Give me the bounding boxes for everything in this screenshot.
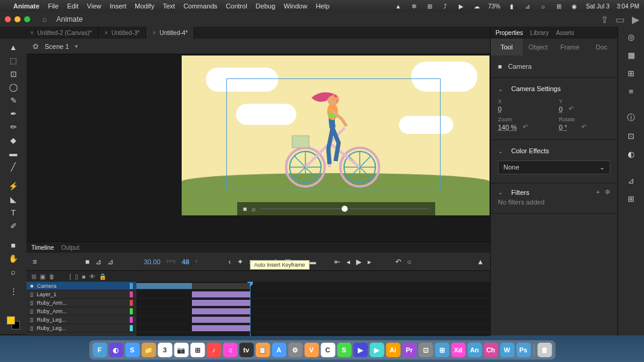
status-icon[interactable]: ▶ <box>457 2 465 10</box>
selection-tool[interactable]: ▲ <box>6 41 21 53</box>
dock-app[interactable]: F <box>92 343 107 357</box>
menu-control[interactable]: Control <box>226 2 247 10</box>
search-icon[interactable]: ⌕ <box>539 2 547 10</box>
menu-modify[interactable]: Modify <box>135 2 154 10</box>
eraser-tool[interactable]: ◆ <box>6 134 21 146</box>
camera-layer-icon[interactable]: ■ <box>85 258 89 266</box>
lock-icon[interactable]: 🔒 <box>99 273 106 280</box>
share-icon[interactable]: ⇪ <box>601 14 608 25</box>
y-value[interactable]: 0 <box>559 106 563 113</box>
tween-span[interactable] <box>136 283 192 289</box>
transform-icon[interactable]: ⊞ <box>624 66 639 80</box>
tab-close-icon[interactable]: × <box>30 30 34 36</box>
prop-tab-doc[interactable]: Doc <box>586 39 618 56</box>
color-icon[interactable]: ◐ <box>624 147 639 160</box>
status-icon[interactable]: ✲ <box>410 2 418 10</box>
dock-app[interactable]: Ch <box>483 343 498 357</box>
app-menu[interactable]: Animate <box>13 2 39 10</box>
scene-name[interactable]: Scene 1 <box>45 43 69 50</box>
collapse-icon[interactable]: ⌄ <box>498 86 503 92</box>
collapse-icon[interactable]: ⌄ <box>498 148 503 154</box>
track-row[interactable] <box>136 290 490 299</box>
info-icon[interactable]: ⓘ <box>624 111 639 124</box>
battery-status[interactable]: 73% <box>488 3 500 10</box>
add-filter-icon[interactable]: + <box>596 188 600 196</box>
insert-keyframe-icon[interactable]: ✦ <box>237 258 243 266</box>
track-row[interactable] <box>136 324 490 332</box>
dock-app[interactable]: 📷 <box>174 343 188 357</box>
workspace-icon[interactable]: ▭ <box>616 14 625 25</box>
track-row[interactable] <box>136 299 490 307</box>
filter-options-icon[interactable]: ✲ <box>605 188 610 196</box>
layer-row[interactable]: ▯ Ruby_Arm... <box>27 299 136 307</box>
dock-app[interactable]: 📁 <box>141 343 156 357</box>
dock-app[interactable]: ⊞ <box>190 343 205 357</box>
new-layer-icon[interactable]: ⊞ <box>31 273 36 280</box>
menubar-date[interactable]: Sat Jul 3 <box>586 3 610 10</box>
track-row[interactable] <box>136 316 490 324</box>
x-value[interactable]: 0 <box>498 106 549 113</box>
reset-icon[interactable]: ↶ <box>569 105 574 113</box>
layer-row[interactable]: ▯ Ruby_Arm... <box>27 307 136 316</box>
visibility-icon[interactable]: 👁 <box>89 273 95 280</box>
dock-app[interactable]: 3 <box>158 343 172 357</box>
control-center-icon[interactable]: ⊞ <box>555 2 563 10</box>
bone-tool[interactable]: ⚡ <box>6 180 21 192</box>
timeline-tracks[interactable] <box>136 282 490 336</box>
lasso-tool[interactable]: ◯ <box>6 81 21 93</box>
layer-row[interactable]: ■ Camera <box>27 282 136 290</box>
step-back-icon[interactable]: ◂ <box>346 258 350 266</box>
tween-span[interactable] <box>192 317 250 323</box>
home-icon[interactable]: ⌂ <box>42 15 46 24</box>
prop-tab-frame[interactable]: Frame <box>554 39 586 56</box>
dock-app[interactable]: 🗑 <box>537 343 552 357</box>
pencil-tool[interactable]: ✏ <box>6 121 21 133</box>
layer-row[interactable]: ▯ Ruby_Leg... <box>27 324 136 332</box>
panel-tab-assets[interactable]: Assets <box>556 30 574 36</box>
collapse-icon[interactable]: ⌄ <box>498 189 503 195</box>
layer-depth-icon[interactable]: ⊿ <box>107 258 113 266</box>
free-transform-tool[interactable]: ⊡ <box>6 68 21 80</box>
dock-app[interactable]: ⊞ <box>435 343 449 357</box>
status-icon[interactable]: ▲ <box>394 2 403 10</box>
loop-icon[interactable]: ↶ <box>395 258 401 266</box>
prop-tab-tool[interactable]: Tool <box>491 39 523 56</box>
close-button[interactable] <box>5 16 11 22</box>
battery-icon[interactable]: ▮ <box>508 2 516 10</box>
track-row[interactable] <box>136 307 490 316</box>
camera-zoom-icon[interactable]: ⌕ <box>252 205 256 212</box>
dock-app[interactable]: S <box>337 343 351 357</box>
dock-app[interactable]: V <box>304 343 319 357</box>
dock-app[interactable]: W <box>500 343 514 357</box>
doc-tab[interactable]: × Untitled-4* <box>146 27 194 39</box>
panel-tab-library[interactable]: Library <box>531 30 549 36</box>
cloud-icon[interactable]: ☁ <box>473 2 481 10</box>
highlight-icon[interactable]: ▯ <box>75 273 78 280</box>
pen-tool[interactable]: ✒ <box>6 107 21 119</box>
scene-icon[interactable]: ✿ <box>33 42 39 51</box>
menu-window[interactable]: Window <box>284 2 307 10</box>
dock-app[interactable]: ◐ <box>109 343 123 357</box>
zoom-value[interactable]: 140 % <box>498 124 517 131</box>
dock-app[interactable]: Xd <box>451 343 465 357</box>
zoom-tool[interactable]: ⌕ <box>6 265 21 278</box>
timeline-tab[interactable]: Timeline <box>31 244 54 251</box>
track-row[interactable] <box>136 282 490 290</box>
prop-tab-object[interactable]: Object <box>523 39 555 56</box>
brush-tool[interactable]: ✎ <box>6 94 21 106</box>
tab-close-icon[interactable]: × <box>152 30 156 36</box>
camera-frame[interactable] <box>226 78 441 190</box>
minimize-button[interactable] <box>14 16 21 22</box>
text-tool[interactable]: T <box>6 206 21 218</box>
dock-app[interactable]: An <box>467 343 482 357</box>
color-swatches[interactable] <box>7 316 20 329</box>
dock-app[interactable]: tv <box>239 343 253 357</box>
menu-text[interactable]: Text <box>163 2 175 10</box>
dock-app[interactable]: ▶ <box>353 343 368 357</box>
tween-span[interactable] <box>192 291 250 297</box>
play-icon[interactable]: ▶ <box>356 258 362 266</box>
maximize-button[interactable] <box>24 16 30 22</box>
new-folder-icon[interactable]: ▣ <box>40 273 45 280</box>
menu-view[interactable]: View <box>87 2 101 10</box>
status-icon[interactable]: ⤴ <box>441 2 450 10</box>
